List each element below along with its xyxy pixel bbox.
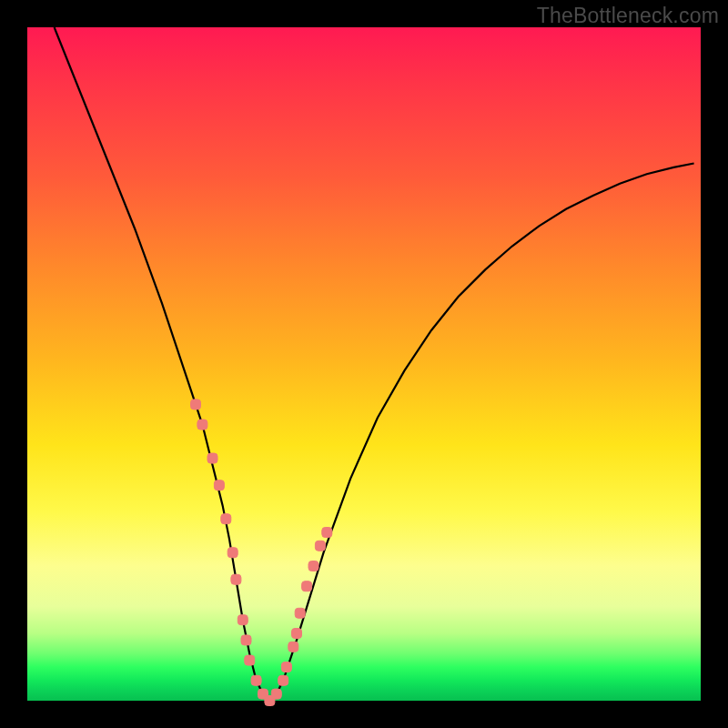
data-marker <box>281 662 291 672</box>
data-marker <box>191 399 201 410</box>
data-marker <box>292 629 302 639</box>
data-marker <box>207 453 217 463</box>
plot-area <box>27 27 701 701</box>
data-marker <box>251 675 261 685</box>
marker-group <box>191 399 332 706</box>
data-marker <box>315 541 325 551</box>
data-marker <box>308 561 318 571</box>
watermark-text: TheBottleneck.com <box>537 4 719 28</box>
data-marker <box>197 420 207 430</box>
data-marker <box>295 608 305 618</box>
data-marker <box>214 480 224 490</box>
data-marker <box>241 635 251 645</box>
data-marker <box>221 514 231 524</box>
data-marker <box>302 581 312 592</box>
bottleneck-curve <box>55 27 694 701</box>
data-marker <box>238 615 248 625</box>
data-marker <box>288 642 298 652</box>
chart-svg <box>27 27 701 701</box>
data-marker <box>231 574 241 584</box>
data-marker <box>245 655 255 665</box>
chart-frame: TheBottleneck.com <box>0 0 728 728</box>
data-marker <box>322 528 332 538</box>
data-marker <box>271 689 281 699</box>
data-marker <box>228 548 238 558</box>
data-marker <box>278 675 288 685</box>
